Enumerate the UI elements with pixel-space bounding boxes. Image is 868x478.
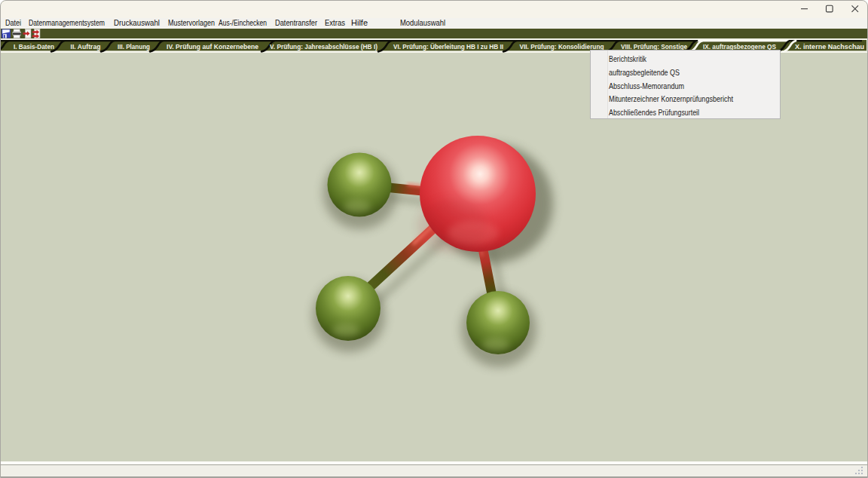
svg-text:auftragsbegleitende QS: auftragsbegleitende QS <box>609 68 680 77</box>
svg-text:Aus-/Einchecken: Aus-/Einchecken <box>219 18 267 27</box>
svg-text:Datentransfer: Datentransfer <box>275 18 317 27</box>
svg-text:Druckauswahl: Druckauswahl <box>114 18 160 27</box>
svg-text:X. interne Nachschau: X. interne Nachschau <box>795 42 864 51</box>
svg-text:V. Prüfung: Jahresabschlüsse (: V. Prüfung: Jahresabschlüsse (HB I) <box>270 42 377 51</box>
svg-text:IX. auftragsbezogene QS: IX. auftragsbezogene QS <box>703 42 776 51</box>
svg-text:Mitunterzeichner Konzernprüfun: Mitunterzeichner Konzernprüfungsbericht <box>609 94 733 103</box>
svg-text:Datei: Datei <box>5 18 21 27</box>
svg-text:VIII. Prüfung: Sonstige: VIII. Prüfung: Sonstige <box>621 42 687 51</box>
svg-text:Modulauswahl: Modulauswahl <box>400 18 445 27</box>
svg-text:Mustervorlagen: Mustervorlagen <box>168 18 215 27</box>
svg-text:Hilfe: Hilfe <box>351 18 368 27</box>
svg-text:VI. Prüfung: Überleitung HB I: VI. Prüfung: Überleitung HB I zu HB II <box>393 42 503 51</box>
svg-text:VII. Prüfung: Konsolidierung: VII. Prüfung: Konsolidierung <box>520 42 604 51</box>
svg-text:III. Planung: III. Planung <box>118 42 150 51</box>
svg-text:Berichtskritik: Berichtskritik <box>609 54 646 63</box>
svg-text:I. Basis-Daten: I. Basis-Daten <box>14 42 54 51</box>
svg-text:Extras: Extras <box>325 18 345 27</box>
svg-text:Datenmanagementsystem: Datenmanagementsystem <box>29 18 105 27</box>
svg-text:IV. Prüfung auf Konzernebene: IV. Prüfung auf Konzernebene <box>167 42 258 51</box>
svg-text:Abschließendes Prüfungsurteil: Abschließendes Prüfungsurteil <box>609 108 699 117</box>
svg-text:Abschluss-Memorandum: Abschluss-Memorandum <box>609 81 684 90</box>
svg-text:II. Auftrag: II. Auftrag <box>71 42 101 51</box>
